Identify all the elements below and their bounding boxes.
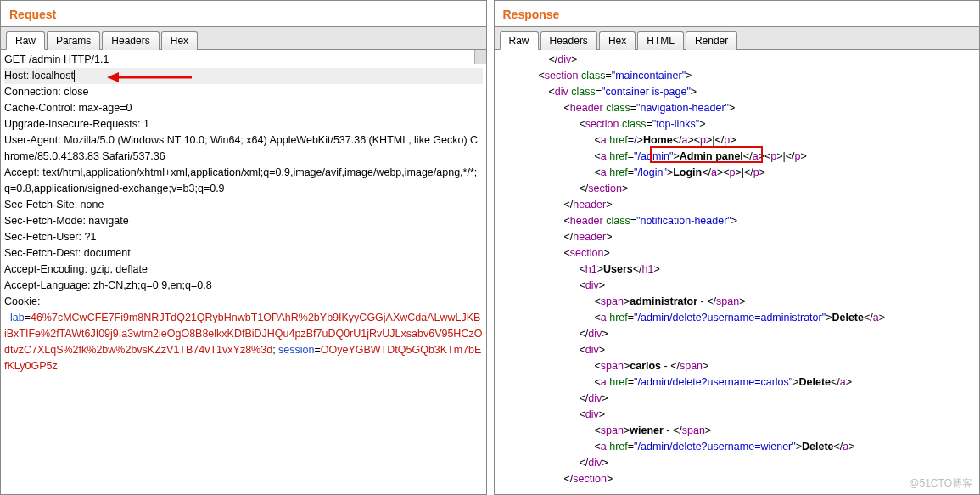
response-line[interactable]: <header class="notification-header">	[498, 213, 977, 229]
request-line[interactable]: Upgrade-Insecure-Requests: 1	[4, 116, 483, 132]
response-line[interactable]: </section>	[498, 181, 977, 197]
request-line[interactable]: Sec-Fetch-User: ?1	[4, 229, 483, 245]
response-line[interactable]: <section class="top-links">	[498, 116, 977, 132]
request-tabs: RawParamsHeadersHex	[1, 26, 486, 50]
response-line[interactable]: <a href="/admin">Admin panel</a><p>|</p>	[498, 149, 977, 165]
request-line[interactable]: GET /admin HTTP/1.1	[4, 52, 483, 68]
response-line[interactable]: <a href="/admin/delete?username=wiener">…	[498, 439, 977, 455]
response-line[interactable]: <a href=/>Home</a><p>|</p>	[498, 132, 977, 149]
request-line[interactable]: User-Agent: Mozilla/5.0 (Windows NT 10.0…	[4, 132, 483, 165]
response-line[interactable]: <section>	[498, 245, 977, 262]
tab-headers[interactable]: Headers	[540, 31, 597, 50]
tab-render[interactable]: Render	[686, 31, 737, 50]
request-line[interactable]: Connection: close	[4, 84, 483, 100]
response-line[interactable]: <span>carlos - </span>	[498, 358, 977, 374]
response-title: Response	[495, 1, 980, 26]
response-content[interactable]: </div><section class="maincontainer"><di…	[495, 50, 980, 494]
response-line[interactable]: <a href="/admin/delete?username=carlos">…	[498, 374, 977, 391]
request-panel: Request RawParamsHeadersHex GET /admin H…	[0, 0, 487, 495]
request-line[interactable]: Accept: text/html,application/xhtml+xml,…	[4, 165, 483, 197]
response-line[interactable]: </div>	[498, 52, 977, 68]
response-line[interactable]: </div>	[498, 455, 977, 471]
response-line[interactable]: </div>	[498, 326, 977, 342]
tab-hex[interactable]: Hex	[599, 31, 636, 50]
response-line[interactable]: </header>	[498, 197, 977, 213]
scrollbar-indicator[interactable]	[474, 50, 486, 64]
response-line[interactable]: <span>wiener - </span>	[498, 423, 977, 439]
response-line[interactable]: </section>	[498, 471, 977, 487]
request-cookie[interactable]: _lab=46%7cMCwCFE7Fi9m8NRJTdQ21QRybHnwbT1…	[4, 310, 483, 374]
response-tabs: RawHeadersHexHTMLRender	[495, 26, 980, 50]
request-line[interactable]: Sec-Fetch-Dest: document	[4, 245, 483, 262]
response-panel: Response RawHeadersHexHTMLRender </div><…	[494, 0, 981, 495]
request-line[interactable]: Cache-Control: max-age=0	[4, 100, 483, 116]
tab-raw[interactable]: Raw	[500, 31, 539, 50]
request-line[interactable]: Sec-Fetch-Site: none	[4, 197, 483, 213]
response-line[interactable]: <span>administrator - </span>	[498, 294, 977, 310]
response-line[interactable]: <h1>Users</h1>	[498, 262, 977, 278]
tab-headers[interactable]: Headers	[102, 31, 159, 50]
response-line[interactable]: <div>	[498, 278, 977, 294]
request-title: Request	[1, 1, 486, 26]
tab-html[interactable]: HTML	[637, 31, 684, 50]
response-line[interactable]: <a href="/login">Login</a><p>|</p>	[498, 165, 977, 181]
response-line[interactable]: <header class="navigation-header">	[498, 100, 977, 116]
response-line[interactable]: </header>	[498, 229, 977, 245]
request-line[interactable]: Accept-Encoding: gzip, deflate	[4, 262, 483, 278]
request-line[interactable]: Accept-Language: zh-CN,zh;q=0.9,en;q=0.8	[4, 278, 483, 294]
request-line[interactable]: Sec-Fetch-Mode: navigate	[4, 213, 483, 229]
response-line[interactable]: <div>	[498, 342, 977, 358]
request-content[interactable]: GET /admin HTTP/1.1Host: localhostConnec…	[1, 50, 486, 494]
response-line[interactable]: <section class="maincontainer">	[498, 68, 977, 84]
tab-params[interactable]: Params	[47, 31, 100, 50]
request-line[interactable]: Cookie:	[4, 294, 483, 310]
request-line[interactable]: Host: localhost	[4, 68, 483, 84]
response-line[interactable]: <div class="container is-page">	[498, 84, 977, 100]
tab-raw[interactable]: Raw	[6, 31, 45, 50]
tab-hex[interactable]: Hex	[161, 31, 198, 50]
response-line[interactable]: <div>	[498, 407, 977, 423]
response-line[interactable]: <a href="/admin/delete?username=administ…	[498, 310, 977, 326]
response-line[interactable]: </div>	[498, 391, 977, 407]
